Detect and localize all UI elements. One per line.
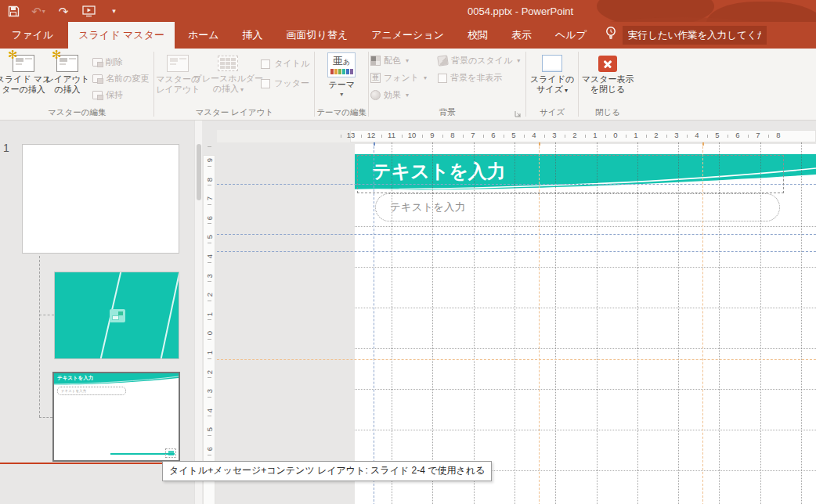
insert-slide-master-icon: ✻ [13, 55, 34, 72]
thumbnail-banner: テキストを入力 [54, 373, 179, 385]
tell-me-search-input[interactable] [623, 26, 767, 45]
group-label-master-layout: マスター レイアウト [156, 106, 312, 120]
ruler-number: 6 [486, 131, 501, 139]
save-icon[interactable] [5, 2, 22, 20]
dialog-launcher-icon[interactable] [515, 110, 522, 117]
gridline-vertical [515, 142, 515, 504]
customize-qat-dropdown-icon[interactable]: ▾ [105, 2, 122, 20]
gridline-horizontal [355, 308, 816, 308]
colors-button: 配色▾ [370, 55, 438, 67]
ribbon-group-background: 配色▾ 亜フォント▾ 効果▾ 背景のスタイル▾ 背景を非表示 背景 [369, 49, 525, 120]
insert-slide-master-label2: ターの挿入 [2, 85, 45, 95]
insert-slide-master-button[interactable]: ✻ スライド マス ターの挿入 [2, 50, 45, 95]
gridline-vertical [555, 142, 556, 504]
hide-background-checkbox-row: 背景を非表示 [438, 72, 520, 84]
gridline-vertical [719, 142, 720, 504]
guide-horizontal-blue [217, 251, 816, 252]
slide-master-thumbnail[interactable] [22, 144, 179, 254]
ruler-number: 5 [709, 131, 725, 139]
layout-thumbnail-title-message-content[interactable]: テキストを入力 テキストを入力 [52, 372, 180, 462]
gridline-horizontal [355, 430, 816, 430]
ruler-guide-marker [539, 142, 540, 146]
footer-checkbox [261, 79, 270, 88]
background-styles-button: 背景のスタイル▾ [438, 55, 520, 67]
ruler-number: 10 [404, 131, 420, 139]
ruler-number: 13 [343, 131, 359, 139]
thumbnail-content-icon [110, 309, 125, 322]
insert-layout-label: レイアウト [45, 74, 89, 85]
gridline-horizontal [355, 267, 816, 268]
themes-button[interactable]: 亜あ テーマ ▾ [319, 50, 364, 98]
tab-4[interactable]: 画面切り替え [276, 22, 359, 49]
ruler-number: 3 [547, 131, 562, 139]
ribbon-group-edit-master: ✻ スライド マス ターの挿入 ✻ レイアウト の挿入 削除 名前の変更 保持 … [0, 49, 153, 120]
dropdown-caret: ▾ [565, 87, 568, 94]
ruler-number: 7 [750, 131, 766, 139]
insert-layout-button[interactable]: ✻ レイアウト の挿入 [45, 50, 89, 95]
dropdown-caret: ▾ [517, 57, 520, 64]
slide-editing-canvas: 13121110987654321012345678 テキストを入力 テキストを… [217, 121, 816, 504]
vertical-ruler: 98765432101234567 [202, 121, 217, 504]
gridline-vertical [432, 142, 433, 504]
gridline-vertical [637, 142, 638, 504]
fonts-button: 亜フォント▾ [370, 72, 438, 84]
slide-size-button[interactable]: スライドの サイズ▾ [528, 50, 576, 95]
title-placeholder-dashed-border[interactable] [357, 155, 784, 193]
ruler-number: 4 [526, 131, 542, 139]
master-layout-button: マスターの レイアウト [156, 50, 200, 95]
scrollbar-thumb[interactable] [197, 144, 201, 200]
gridline-horizontal [355, 226, 816, 227]
ruler-number: 8 [445, 131, 460, 139]
ruler-number: 1 [628, 131, 644, 139]
dropdown-caret: ▾ [406, 92, 409, 99]
ruler-number: 2 [648, 131, 664, 139]
ruler-guide-marker [374, 142, 375, 146]
ruler-number: 0 [608, 131, 623, 139]
lightbulb-icon [605, 26, 617, 45]
tab-8[interactable]: ヘルプ [545, 22, 597, 49]
ruler-number: 9 [424, 131, 440, 139]
insert-placeholder-button: プレースホルダー の挿入▾ [200, 50, 256, 95]
delete-icon [92, 58, 103, 67]
slide-thumbnails-panel: 1 テキストを入力 テキストを入力 [0, 121, 194, 504]
tab-5[interactable]: アニメーション [361, 22, 454, 49]
workspace: 1 テキストを入力 テキストを入力 [0, 121, 816, 504]
ruler-guide-marker [702, 142, 704, 146]
thumbnail-textbox: テキストを入力 [57, 387, 126, 395]
close-master-view-icon [598, 56, 617, 72]
ruler-number: 8 [771, 131, 786, 139]
tab-2[interactable]: ホーム [178, 22, 229, 49]
themes-icon: 亜あ [327, 52, 356, 77]
tab-file[interactable]: ファイル [0, 22, 65, 49]
ruler-number: 1 [587, 131, 603, 139]
tab-3[interactable]: 挿入 [233, 22, 273, 49]
insert-layout-icon: ✻ [56, 55, 78, 72]
undo-icon: ↶▾ [30, 2, 47, 20]
horizontal-ruler: 13121110987654321012345678 [217, 130, 816, 142]
thumbnails-scrollbar[interactable] [194, 121, 202, 504]
group-label-size: サイズ [528, 106, 576, 120]
ruler-number: 7 [465, 131, 481, 139]
layout-thumbnail-title[interactable] [54, 272, 179, 359]
tab-1[interactable]: スライド マスター [68, 22, 175, 49]
tell-me-search [605, 22, 767, 49]
start-from-beginning-icon[interactable] [80, 2, 97, 20]
ruler-number: 6 [730, 131, 746, 139]
dropdown-caret: ▾ [340, 92, 343, 98]
gridline-vertical [474, 142, 475, 504]
effects-button: 効果▾ [370, 89, 438, 101]
ruler-number: 4 [689, 131, 705, 139]
guide-vertical-orange [702, 142, 703, 504]
redo-icon[interactable]: ↷ [55, 2, 72, 20]
ruler-number: 2 [567, 131, 583, 139]
layout-connector-line [39, 256, 40, 417]
window-title: 0054.pptx - PowerPoint [468, 0, 573, 22]
group-label-close: 閉じる [580, 106, 635, 120]
gridline-vertical [392, 142, 392, 504]
close-master-view-button[interactable]: マスター表示 を閉じる [580, 50, 635, 95]
group-label-background: 背景 [370, 106, 524, 120]
thumbnail-title-text: テキストを入力 [57, 375, 93, 382]
tab-7[interactable]: 表示 [501, 22, 542, 49]
dropdown-caret: ▾ [424, 74, 427, 81]
tab-6[interactable]: 校閲 [457, 22, 498, 49]
